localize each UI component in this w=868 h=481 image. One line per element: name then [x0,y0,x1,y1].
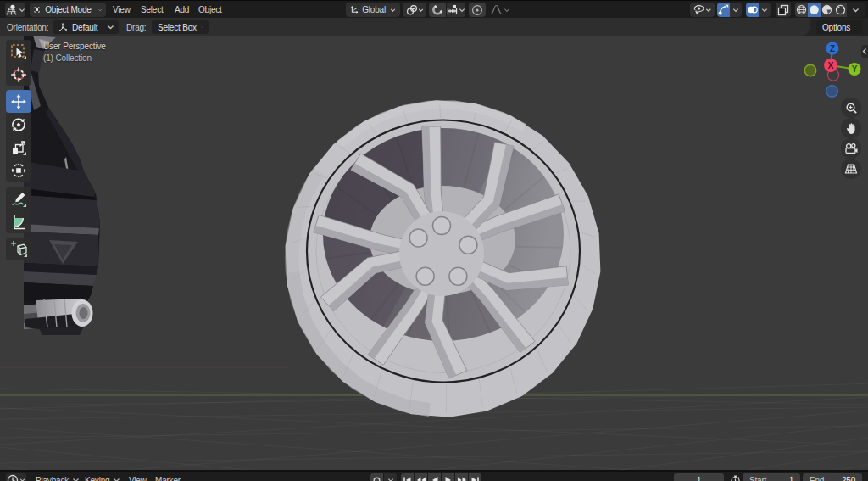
svg-text:Y: Y [852,64,858,74]
svg-text:X: X [827,60,833,70]
svg-text:Z: Z [830,44,835,53]
